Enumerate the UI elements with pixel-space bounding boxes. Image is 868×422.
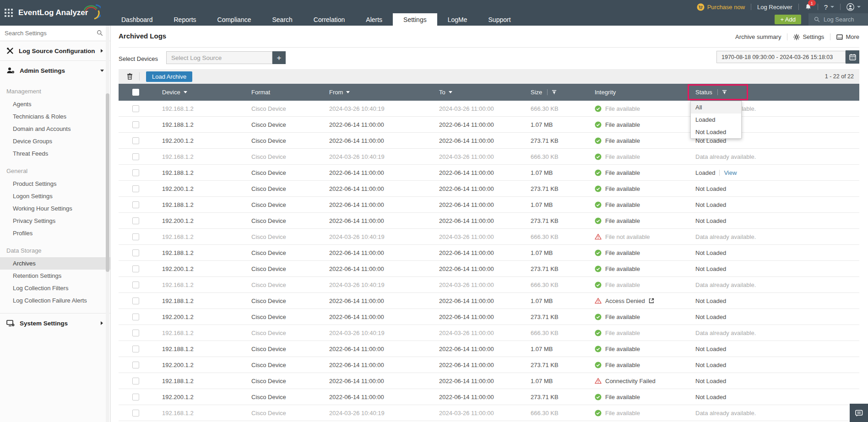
sidebar-item-admin-settings[interactable]: Admin Settings: [0, 61, 110, 80]
add-device-button[interactable]: +: [272, 51, 286, 64]
sort-icon: [346, 91, 350, 93]
notifications-button[interactable]: 1: [805, 3, 812, 11]
row-checkbox[interactable]: [132, 105, 139, 112]
sidebar-item-technicians-roles[interactable]: Technicians & Roles: [0, 110, 110, 123]
sidebar-item-threat-feeds[interactable]: Threat Feeds: [0, 147, 110, 160]
filter-icon[interactable]: [552, 90, 557, 95]
status-filter-option-not-loaded[interactable]: Not Loaded: [691, 126, 741, 138]
device-cell: 192.188.1.2: [153, 378, 242, 384]
warning-icon: [595, 378, 602, 384]
column-header-integrity[interactable]: Integrity: [586, 89, 686, 96]
app-grid-icon[interactable]: [5, 9, 13, 17]
size-cell: 666.30 KB: [521, 410, 586, 417]
more-button[interactable]: More: [836, 33, 859, 40]
sidebar-item-agents[interactable]: Agents: [0, 98, 110, 110]
row-checkbox[interactable]: [132, 346, 139, 352]
tab-settings[interactable]: Settings: [393, 13, 437, 26]
format-cell: Cisco Device: [242, 233, 320, 240]
delete-button[interactable]: [127, 73, 133, 80]
row-checkbox[interactable]: [132, 121, 139, 128]
tab-logme[interactable]: LogMe: [437, 13, 478, 26]
sidebar-item-system-settings[interactable]: System Settings: [0, 314, 110, 333]
log-receiver-link[interactable]: Log Receiver: [757, 4, 792, 11]
sidebar-item-log-collection-filters[interactable]: Log Collection Filters: [0, 282, 110, 294]
add-button[interactable]: + Add: [775, 15, 801, 24]
load-archive-button[interactable]: Load Archive: [146, 71, 192, 82]
sidebar-scrollbar[interactable]: [106, 26, 109, 422]
sidebar-item-profiles[interactable]: Profiles: [0, 227, 110, 239]
log-search[interactable]: Log Search: [808, 13, 868, 26]
main-content: Archived Logs Archive summary Settings: [111, 26, 868, 422]
sidebar-item-working-hour-settings[interactable]: Working Hour Settings: [0, 202, 110, 215]
row-checkbox[interactable]: [132, 362, 139, 368]
integrity-cell: File not available: [586, 233, 686, 240]
tab-alerts[interactable]: Alerts: [355, 13, 393, 26]
sidebar-item-archives[interactable]: Archives: [0, 257, 110, 270]
sidebar-item-device-groups[interactable]: Device Groups: [0, 135, 110, 147]
row-checkbox[interactable]: [132, 249, 139, 256]
column-header-size[interactable]: Size: [521, 89, 586, 96]
archive-settings-button[interactable]: Settings: [793, 33, 824, 40]
row-checkbox[interactable]: [132, 153, 139, 160]
row-checkbox[interactable]: [132, 201, 139, 208]
status-cell: Data already available.: [686, 330, 859, 336]
help-menu[interactable]: ?: [824, 3, 834, 11]
archive-summary-link[interactable]: Archive summary: [735, 33, 781, 40]
row-checkbox[interactable]: [132, 265, 139, 272]
tab-search[interactable]: Search: [261, 13, 303, 26]
size-cell: 273.71 KB: [521, 362, 586, 368]
table-row: 192.168.1.2 Cisco Device 2024-03-26 10:4…: [119, 405, 859, 421]
row-checkbox[interactable]: [132, 137, 139, 144]
device-cell: 192.168.1.2: [153, 233, 242, 240]
row-checkbox[interactable]: [132, 330, 139, 336]
calendar-button[interactable]: [846, 50, 859, 64]
select-log-source-input[interactable]: [166, 51, 272, 64]
to-cell: 2022-06-14 11:00:00: [430, 121, 521, 128]
scrollbar-thumb[interactable]: [106, 93, 109, 272]
tab-compliance[interactable]: Compliance: [207, 13, 262, 26]
tab-support[interactable]: Support: [478, 13, 521, 26]
tab-correlation[interactable]: Correlation: [303, 13, 355, 26]
row-checkbox[interactable]: [132, 378, 139, 384]
row-checkbox[interactable]: [132, 281, 139, 288]
column-header-to[interactable]: To: [430, 89, 521, 96]
row-checkbox[interactable]: [132, 233, 139, 240]
sidebar-item-logon-settings[interactable]: Logon Settings: [0, 190, 110, 202]
device-cell: 192.200.1.2: [153, 314, 242, 320]
archives-table: Device Format From To Size: [119, 84, 859, 422]
external-link-icon[interactable]: [649, 298, 654, 303]
column-header-device[interactable]: Device: [153, 89, 242, 96]
row-checkbox[interactable]: [132, 314, 139, 320]
sidebar-item-log-collection-failure-alerts[interactable]: Log Collection Failure Alerts: [0, 294, 110, 307]
row-checkbox[interactable]: [132, 169, 139, 176]
sidebar-item-privacy-settings[interactable]: Privacy Settings: [0, 215, 110, 227]
page-actions: Archive summary Settings: [735, 33, 859, 40]
status-filter-option-loaded[interactable]: Loaded: [691, 114, 741, 126]
column-header-from[interactable]: From: [320, 89, 430, 96]
sidebar-item-domain-and-accounts[interactable]: Domain and Accounts: [0, 123, 110, 135]
row-checkbox[interactable]: [132, 217, 139, 224]
status-filter-option-all[interactable]: All: [691, 101, 741, 114]
row-checkbox[interactable]: [132, 185, 139, 192]
row-checkbox[interactable]: [132, 410, 139, 417]
view-link[interactable]: View: [724, 169, 737, 176]
column-header-format[interactable]: Format: [242, 89, 320, 96]
row-checkbox[interactable]: [132, 394, 139, 400]
chat-button[interactable]: [850, 404, 868, 422]
sidebar-item-retention-settings[interactable]: Retention Settings: [0, 270, 110, 282]
user-menu[interactable]: [846, 3, 861, 11]
search-icon[interactable]: [97, 30, 103, 36]
sidebar-item-log-source-configuration[interactable]: Log Source Configuration: [0, 41, 110, 60]
sidebar-item-product-settings[interactable]: Product Settings: [0, 178, 110, 190]
tab-reports[interactable]: Reports: [163, 13, 207, 26]
row-checkbox[interactable]: [132, 298, 139, 304]
to-cell: 2024-03-26 11:00:00: [430, 281, 521, 288]
format-cell: Cisco Device: [242, 169, 320, 176]
status-cell: Not Loaded: [686, 217, 859, 224]
purchase-now-link[interactable]: Purchase now: [697, 3, 745, 11]
tab-dashboard[interactable]: Dashboard: [111, 13, 163, 26]
file-available-icon: [595, 314, 602, 320]
settings-search-input[interactable]: [0, 26, 94, 41]
select-all-checkbox[interactable]: [132, 89, 139, 96]
date-range-input[interactable]: [716, 51, 846, 63]
